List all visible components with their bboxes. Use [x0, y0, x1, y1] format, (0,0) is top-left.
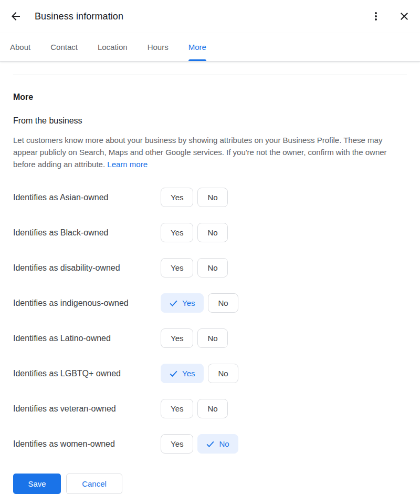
learn-more-link[interactable]: Learn more	[107, 160, 148, 169]
yes-button[interactable]: Yes	[161, 364, 204, 383]
tab-more[interactable]: More	[178, 33, 216, 61]
attribute-label: Identifies as Black-owned	[13, 228, 161, 238]
tab-hours[interactable]: Hours	[138, 33, 178, 61]
tab-bar: About Contact Location Hours More	[0, 33, 420, 61]
section-heading: More	[13, 92, 407, 102]
check-icon	[170, 300, 177, 306]
no-button[interactable]: No	[208, 293, 238, 313]
attribute-row: Identifies as Asian-owned Yes No	[13, 188, 407, 207]
no-button[interactable]: No	[197, 258, 227, 277]
section-description: Let customers know more about your busin…	[13, 134, 407, 170]
tab-location[interactable]: Location	[88, 33, 138, 61]
header: Business information	[0, 0, 420, 33]
attribute-label: Identifies as veteran-owned	[13, 404, 161, 414]
tab-label: Hours	[148, 43, 169, 52]
tab-label: Contact	[50, 43, 78, 52]
attribute-row: Identifies as disability-owned Yes No	[13, 258, 407, 277]
page-title: Business information	[35, 11, 123, 22]
section-subheading: From the business	[13, 116, 407, 126]
attribute-choice-group: Yes No	[161, 258, 228, 277]
no-button[interactable]: No	[197, 223, 227, 242]
cancel-button[interactable]: Cancel	[66, 474, 122, 494]
yes-button[interactable]: Yes	[161, 434, 193, 454]
attribute-row: Identifies as Black-owned Yes No	[13, 223, 407, 242]
attribute-rows: Identifies as Asian-owned Yes No Identif…	[13, 188, 407, 454]
yes-button[interactable]: Yes	[161, 328, 193, 348]
yes-button[interactable]: Yes	[161, 258, 193, 277]
attribute-choice-group: Yes No	[161, 364, 238, 383]
attribute-row: Identifies as veteran-owned Yes No	[13, 399, 407, 418]
yes-button[interactable]: Yes	[161, 399, 193, 418]
no-button[interactable]: No	[197, 188, 227, 207]
tab-label: More	[188, 43, 206, 52]
tab-about[interactable]: About	[0, 33, 40, 61]
attribute-label: Identifies as Latino-owned	[13, 334, 161, 343]
content: More From the business Let customers kno…	[0, 75, 420, 504]
back-arrow-icon	[9, 10, 22, 23]
tab-label: Location	[98, 43, 128, 52]
attribute-label: Identifies as Asian-owned	[13, 193, 161, 202]
no-button[interactable]: No	[197, 399, 227, 418]
description-text: Let customers know more about your busin…	[13, 136, 387, 169]
attribute-label: Identifies as LGBTQ+ owned	[13, 369, 161, 378]
save-button[interactable]: Save	[13, 474, 61, 494]
tab-contact[interactable]: Contact	[40, 33, 88, 61]
no-button[interactable]: No	[197, 328, 227, 348]
attribute-choice-group: Yes No	[161, 188, 228, 207]
yes-button[interactable]: Yes	[161, 223, 193, 242]
footer-actions: Save Cancel	[13, 474, 407, 504]
attribute-row: Identifies as LGBTQ+ owned Yes No	[13, 364, 407, 383]
attribute-choice-group: Yes No	[161, 223, 228, 242]
attribute-choice-group: Yes No	[161, 434, 238, 454]
no-button[interactable]: No	[208, 364, 238, 383]
attribute-row: Identifies as women-owned Yes No	[13, 434, 407, 454]
attribute-choice-group: Yes No	[161, 293, 238, 313]
attribute-label: Identifies as women-owned	[13, 439, 161, 449]
attribute-choice-group: Yes No	[161, 399, 228, 418]
kebab-menu-icon	[370, 10, 382, 23]
close-button[interactable]	[397, 9, 412, 24]
check-icon	[170, 371, 177, 377]
attribute-label: Identifies as disability-owned	[13, 263, 161, 273]
yes-button[interactable]: Yes	[161, 293, 204, 313]
attribute-choice-group: Yes No	[161, 328, 228, 348]
close-icon	[398, 10, 411, 23]
attribute-row: Identifies as Latino-owned Yes No	[13, 328, 407, 348]
attribute-row: Identifies as indigenous-owned Yes No	[13, 293, 407, 313]
attribute-label: Identifies as indigenous-owned	[13, 299, 161, 308]
no-button[interactable]: No	[197, 434, 238, 454]
back-button[interactable]	[8, 9, 23, 24]
content-divider	[13, 75, 407, 75]
check-icon	[206, 441, 214, 447]
yes-button[interactable]: Yes	[161, 188, 193, 207]
overflow-menu-button[interactable]	[369, 9, 383, 24]
tab-label: About	[10, 43, 30, 52]
